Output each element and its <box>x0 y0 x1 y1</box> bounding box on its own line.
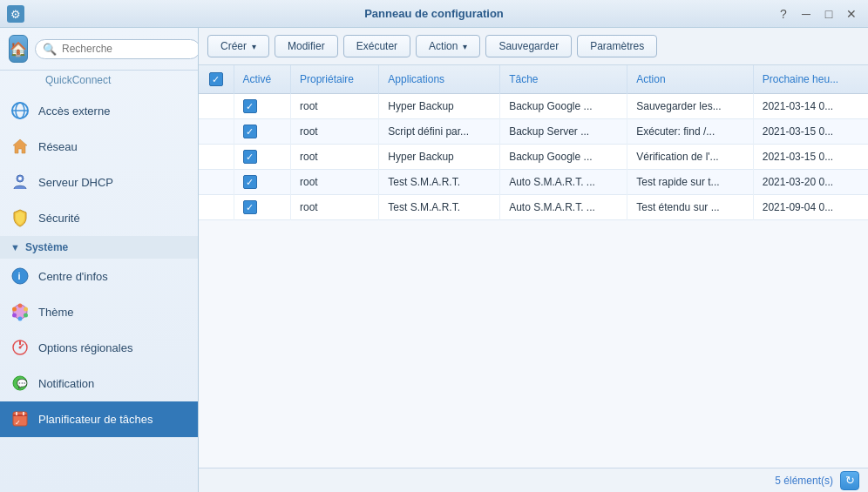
cell-applications: Hyper Backup <box>379 145 500 170</box>
row-checkbox-cell <box>199 195 234 220</box>
cell-proprietaire: root <box>291 119 379 145</box>
active-checkbox[interactable]: ✓ <box>243 99 257 113</box>
header-proprietaire[interactable]: Propriétaire <box>291 65 379 94</box>
header-checkbox-cell[interactable]: ✓ <box>199 65 234 94</box>
tasks-table: ✓ Activé Propriétaire Applications Tâche <box>199 65 868 220</box>
sidebar-item-label: Planificateur de tâches <box>38 413 153 426</box>
svg-point-15 <box>12 307 17 312</box>
app-icon: ⚙ <box>7 5 24 23</box>
cell-action: Test étendu sur ... <box>627 195 754 220</box>
search-box[interactable]: 🔍 <box>35 39 199 59</box>
cell-tache: Backup Google ... <box>500 145 627 170</box>
sidebar-item-label: Notification <box>38 377 94 390</box>
status-bar: 5 élément(s) ↻ <box>199 468 868 492</box>
header-action[interactable]: Action <box>627 65 754 94</box>
content-area: Créer Modifier Exécuter Action Sauvegard… <box>199 28 868 492</box>
table-row[interactable]: ✓ root Script défini par... Backup Serve… <box>199 119 868 145</box>
sidebar: 🏠 🔍 QuickConnect Accès externe <box>0 28 199 492</box>
sidebar-item-centre-infos[interactable]: i Centre d'infos <box>0 259 198 294</box>
svg-point-14 <box>12 313 17 318</box>
main-layout: 🏠 🔍 QuickConnect Accès externe <box>0 28 868 492</box>
svg-point-12 <box>24 313 28 318</box>
cell-applications: Test S.M.A.R.T. <box>379 170 500 195</box>
sidebar-item-label: Centre d'infos <box>38 270 108 283</box>
quickconnect-label: QuickConnect <box>0 71 198 93</box>
header-applications[interactable]: Applications <box>379 65 500 94</box>
active-checkbox[interactable]: ✓ <box>243 200 257 214</box>
cell-applications: Hyper Backup <box>379 94 500 119</box>
cell-action: Sauvegarder les... <box>627 94 754 119</box>
cell-proprietaire: root <box>291 170 379 195</box>
table-row[interactable]: ✓ root Test S.M.A.R.T. Auto S.M.A.R.T. .… <box>199 170 868 195</box>
cell-proprietaire: root <box>291 195 379 220</box>
cell-tache: Backup Server ... <box>500 119 627 145</box>
reseau-icon <box>10 137 30 156</box>
header-prochaine[interactable]: Prochaine heu... <box>753 65 868 94</box>
sidebar-item-securite[interactable]: Sécurité <box>0 200 198 236</box>
svg-point-13 <box>18 317 23 321</box>
svg-rect-23 <box>13 414 27 416</box>
sidebar-item-planificateur[interactable]: ✓ Planificateur de tâches <box>0 401 198 437</box>
window-controls: ? ─ □ ✕ <box>774 4 861 24</box>
cell-applications: Script défini par... <box>379 119 500 145</box>
window-title: Panneau de configuration <box>364 7 504 20</box>
row-checkbox-cell <box>199 119 234 145</box>
options-regionales-icon <box>10 338 30 357</box>
table-row[interactable]: ✓ root Hyper Backup Backup Google ... Vé… <box>199 145 868 170</box>
active-checkbox[interactable]: ✓ <box>243 125 257 138</box>
parametres-button[interactable]: Paramètres <box>577 35 657 57</box>
cell-prochaine: 2021-03-14 0... <box>753 94 868 119</box>
cell-active: ✓ <box>234 145 291 170</box>
cell-proprietaire: root <box>291 94 379 119</box>
sidebar-item-acces-externe[interactable]: Accès externe <box>0 93 198 129</box>
chevron-down-icon: ▼ <box>10 242 20 253</box>
header-checkbox[interactable]: ✓ <box>209 72 223 86</box>
modifier-button[interactable]: Modifier <box>275 35 338 57</box>
svg-text:✓: ✓ <box>15 419 21 427</box>
table-row[interactable]: ✓ root Test S.M.A.R.T. Auto S.M.A.R.T. .… <box>199 195 868 220</box>
cell-proprietaire: root <box>291 145 379 170</box>
help-button[interactable]: ? <box>774 4 793 24</box>
cell-applications: Test S.M.A.R.T. <box>379 195 500 220</box>
sidebar-item-notification[interactable]: 💬 Notification <box>0 366 198 401</box>
header-tache[interactable]: Tâche <box>500 65 627 94</box>
close-button[interactable]: ✕ <box>842 4 861 24</box>
cell-prochaine: 2021-09-04 0... <box>753 195 868 220</box>
row-checkbox-cell <box>199 94 234 119</box>
search-input[interactable] <box>62 43 193 55</box>
sidebar-item-label: Sécurité <box>38 212 80 225</box>
table-container: ✓ Activé Propriétaire Applications Tâche <box>199 65 868 468</box>
maximize-button[interactable]: □ <box>819 4 838 24</box>
info-icon: i <box>10 266 30 286</box>
svg-point-11 <box>24 307 28 312</box>
minimize-button[interactable]: ─ <box>797 4 816 24</box>
sidebar-item-serveur-dhcp[interactable]: Serveur DHCP <box>0 165 198 200</box>
header-active[interactable]: Activé <box>234 65 291 94</box>
cell-action: Exécuter: find /... <box>627 119 754 145</box>
cell-action: Test rapide sur t... <box>627 170 754 195</box>
sidebar-item-options-regionales[interactable]: Options régionales <box>0 330 198 366</box>
cell-active: ✓ <box>234 94 291 119</box>
sidebar-item-label: Thème <box>38 306 73 319</box>
cell-prochaine: 2021-03-15 0... <box>753 119 868 145</box>
refresh-button[interactable]: ↻ <box>840 471 859 490</box>
theme-icon <box>10 302 30 321</box>
cell-tache: Backup Google ... <box>500 94 627 119</box>
table-row[interactable]: ✓ root Hyper Backup Backup Google ... Sa… <box>199 94 868 119</box>
cell-tache: Auto S.M.A.R.T. ... <box>500 170 627 195</box>
svg-point-10 <box>18 304 23 308</box>
cell-prochaine: 2021-03-15 0... <box>753 145 868 170</box>
sidebar-item-label: Accès externe <box>38 104 110 118</box>
svg-point-6 <box>18 177 22 180</box>
home-button[interactable]: 🏠 <box>9 35 28 63</box>
systeme-label: Système <box>25 241 68 253</box>
sidebar-item-theme[interactable]: Thème <box>0 294 198 330</box>
creer-button[interactable]: Créer <box>207 35 269 57</box>
sidebar-item-reseau[interactable]: Réseau <box>0 129 198 165</box>
executer-button[interactable]: Exécuter <box>343 35 410 57</box>
sauvegarder-button[interactable]: Sauvegarder <box>485 35 572 57</box>
action-button[interactable]: Action <box>416 35 480 57</box>
active-checkbox[interactable]: ✓ <box>243 150 257 164</box>
active-checkbox[interactable]: ✓ <box>243 175 257 189</box>
sidebar-search-area: 🏠 🔍 <box>0 28 198 71</box>
